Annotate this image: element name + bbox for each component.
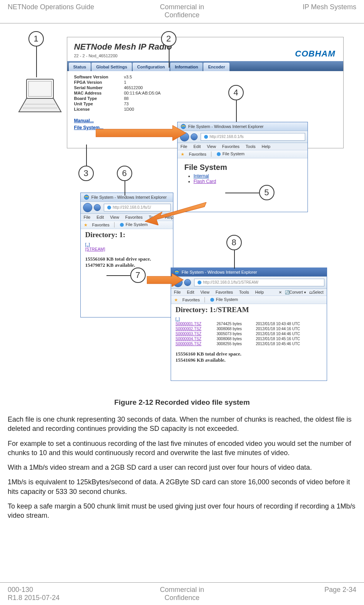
menu-tools[interactable]: Tools <box>246 144 256 149</box>
fs-heading: File System <box>184 163 301 173</box>
ie6-titlebar: File System - Windows Internet Explorer <box>81 193 173 202</box>
svg-point-15 <box>210 298 214 302</box>
ie-icon <box>119 222 125 228</box>
url-bar[interactable]: http://192.168.0.1/fs/1/STREAM/ <box>194 279 324 286</box>
select-button[interactable]: 🗂Select <box>309 290 324 294</box>
figure-caption: Figure 2-12 Recorded video file system <box>8 394 356 412</box>
stream-file-list: [..] S0000001.TSZ2674425 bytes2012/01/18… <box>171 316 327 348</box>
tab-bar: Status Global Settings Configuration Inf… <box>67 61 343 71</box>
tab-config[interactable]: Configuration <box>133 63 170 71</box>
up-link[interactable]: [..] <box>85 242 90 247</box>
file-link[interactable]: S0000003.TSZ <box>176 332 212 336</box>
mac-label: MAC Address <box>74 91 124 95</box>
file-link[interactable]: S0000005.TSZ <box>176 342 212 346</box>
figure-container: 1 NETNode Mesh IP Radio COBHAM 22 - 2 - … <box>17 27 347 394</box>
file-row: S0000002.TSZ3008068 bytes2012/01/18 10:4… <box>176 326 322 331</box>
ie4-favbar: ★ Favorites File System <box>178 150 307 158</box>
ie8-titlebar: File System - Windows Internet Explorer <box>171 268 327 277</box>
menu-favorites[interactable]: Favorites <box>216 290 233 294</box>
svg-marker-4 <box>96 125 186 141</box>
menu-view[interactable]: View <box>110 215 119 219</box>
menu-help[interactable]: Help <box>262 144 271 149</box>
file-link[interactable]: S0000001.TSZ <box>176 322 212 326</box>
star-icon: ★ <box>174 298 178 302</box>
forward-button[interactable] <box>184 279 191 286</box>
tab-encoder[interactable]: Encoder <box>203 63 229 71</box>
license-label: License <box>74 107 124 111</box>
file-row: S0000001.TSZ2674425 bytes2012/01/18 10:4… <box>176 321 322 326</box>
footer-left: 000-130 R1.8 2015-07-24 <box>8 586 124 602</box>
file-link[interactable]: S0000004.TSZ <box>176 337 212 341</box>
info-panel: Software Versionv3.5 FPGA Version1 Seria… <box>67 71 343 115</box>
stream-heading: Directory: 1:/STREAM <box>171 304 327 316</box>
internal-link[interactable]: Internal <box>194 173 209 179</box>
favorites-label[interactable]: Favorites <box>183 298 200 302</box>
forward-button[interactable] <box>191 133 198 140</box>
dir1-heading: Directory: 1: <box>81 229 173 241</box>
page-footer: 000-130 R1.8 2015-07-24 Commercial in Co… <box>0 582 364 605</box>
para-1: Each file is one chunk representing 30 s… <box>8 412 356 436</box>
file-row: S0000005.TSZ3008255 bytes2012/01/18 10:4… <box>176 341 322 346</box>
tab-label[interactable]: File System <box>216 297 238 302</box>
ie8-favbar: ★ Favorites File System <box>171 296 327 304</box>
sw-version-label: Software Version <box>74 75 124 79</box>
star-icon: ★ <box>84 223 88 228</box>
menu-file[interactable]: File <box>174 290 181 294</box>
callout-7: 7 <box>130 268 146 283</box>
svg-rect-1 <box>28 81 52 96</box>
callout-3: 3 <box>78 166 94 181</box>
footer-center: Commercial in Confidence <box>124 586 240 602</box>
arrow-1-icon <box>96 125 186 141</box>
menu-edit[interactable]: Edit <box>96 215 104 219</box>
back-button[interactable] <box>83 203 92 212</box>
svg-point-7 <box>217 152 221 156</box>
up-link[interactable]: [..] <box>176 317 180 321</box>
flash-card-link[interactable]: Flash Card <box>194 179 216 184</box>
convert-button[interactable]: 🔄Convert ▾ <box>285 290 306 294</box>
menu-tools[interactable]: Tools <box>239 290 249 294</box>
tab-information[interactable]: Information <box>170 63 203 71</box>
menu-help[interactable]: Help <box>255 290 264 294</box>
star-icon: ★ <box>181 152 184 157</box>
header-left: NETNode Operations Guide <box>8 3 124 19</box>
menu-file[interactable]: File <box>84 215 91 219</box>
svg-point-10 <box>107 206 111 209</box>
favorites-label[interactable]: Favorites <box>92 223 110 227</box>
ie4-menubar: File Edit View Favorites Tools Help <box>178 143 307 150</box>
ie4-content: File System Internal Flash Card <box>178 158 307 189</box>
mac-value: 00:11:6A:AB:D5:0A <box>124 91 161 95</box>
menu-file[interactable]: File <box>181 144 188 149</box>
close-icon[interactable]: ✕ <box>279 290 282 294</box>
footer-right: Page 2-34 <box>240 586 356 602</box>
callout-8: 8 <box>226 235 242 250</box>
ie8-menubar: File Edit View Favorites Tools Help ✕ 🔄C… <box>171 289 327 296</box>
tab-label[interactable]: File System <box>223 151 244 156</box>
url-bar[interactable]: http://192.168.0.1/fs <box>201 133 305 141</box>
serial-label: Serial Number <box>74 85 124 90</box>
ie4-titlebar: File System - Windows Internet Explorer <box>178 122 307 131</box>
menu-view[interactable]: View <box>200 290 209 294</box>
favorites-label[interactable]: Favorites <box>189 152 206 156</box>
callout-5: 5 <box>259 185 274 200</box>
svg-point-6 <box>204 135 208 139</box>
menu-view[interactable]: View <box>207 144 216 149</box>
serial-value: 46512200 <box>124 85 143 90</box>
menu-favorites[interactable]: Favorites <box>222 144 239 149</box>
para-5: To keep a safe margin a 500 chunk limit … <box>8 499 356 523</box>
fpga-version-value: 1 <box>124 80 126 85</box>
menu-edit[interactable]: Edit <box>187 290 194 294</box>
menu-edit[interactable]: Edit <box>193 144 201 149</box>
fpga-version-label: FPGA Version <box>74 80 124 85</box>
forward-button[interactable] <box>94 204 101 211</box>
tab-status[interactable]: Status <box>69 63 91 71</box>
file-link[interactable]: S0000002.TSZ <box>176 327 212 331</box>
menu-favorites[interactable]: Favorites <box>125 215 143 219</box>
stream-link[interactable]: [STREAM] <box>85 247 105 251</box>
ie-icon <box>84 194 89 200</box>
sw-version-value: v3.5 <box>124 75 132 79</box>
para-3: With a 1Mb/s video stream and a 2GB SD c… <box>8 460 356 475</box>
laptop-icon <box>17 77 63 116</box>
para-2: For example to set a continuous recordin… <box>8 436 356 460</box>
tab-global[interactable]: Global Settings <box>91 63 132 71</box>
arrow-2-icon <box>145 202 206 225</box>
